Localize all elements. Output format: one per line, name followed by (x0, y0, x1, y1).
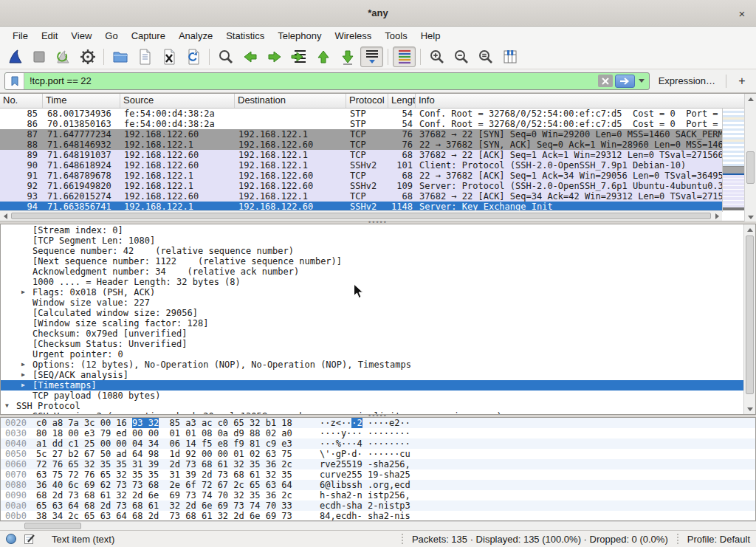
expander-arrow[interactable] (21, 349, 32, 359)
go-to-packet-button[interactable] (287, 47, 310, 67)
expander-arrow[interactable] (21, 225, 32, 235)
menu-file[interactable]: File (6, 28, 35, 44)
packet-row-93[interactable]: 9371.662015274192.168.122.60192.168.122.… (0, 191, 722, 202)
detail-line[interactable]: ▶Options: (12 bytes), No-Operation (NOP)… (1, 359, 743, 370)
detail-line[interactable]: Sequence number: 42 (relative sequence n… (1, 246, 743, 256)
column-header-info[interactable]: Info (416, 94, 744, 108)
expander-arrow[interactable] (21, 256, 32, 266)
detail-line[interactable]: Window size value: 227 (1, 297, 743, 308)
expander-arrow[interactable] (21, 391, 32, 401)
scroll-thumb[interactable] (746, 151, 755, 184)
hex-row[interactable]: 003080 18 00 e3 79 ed 00 00 01 01 08 0a … (1, 428, 755, 438)
scroll-up-icon[interactable] (744, 224, 756, 235)
packet-row-92[interactable]: 9271.661949820192.168.122.1192.168.122.6… (0, 181, 722, 191)
packet-row-90[interactable]: 9071.648618924192.168.122.60192.168.122.… (0, 160, 722, 171)
display-filter-input[interactable]: !tcp.port == 22 (24, 75, 598, 86)
packet-row-91[interactable]: 9171.648789678192.168.122.1192.168.122.6… (0, 171, 722, 181)
close-icon[interactable]: × (734, 5, 750, 21)
hex-row[interactable]: 009068 2d 73 68 61 32 2d 6e 69 73 74 70 … (1, 490, 755, 500)
menu-analyze[interactable]: Analyze (172, 28, 219, 44)
menu-go[interactable]: Go (98, 28, 124, 44)
scroll-left-icon[interactable] (0, 211, 10, 221)
expander-arrow[interactable]: ▶ (21, 359, 32, 370)
column-header-destination[interactable]: Destination (235, 94, 346, 108)
start-capture-button[interactable] (3, 47, 26, 67)
detail-line[interactable]: [Calculated window size: 29056] (1, 308, 743, 318)
hex-row[interactable]: 006072 76 65 32 35 35 31 39 2d 73 68 61 … (1, 459, 755, 469)
hex-row[interactable]: 0040a1 dd c1 25 00 00 04 34 06 14 f5 e8 … (1, 438, 755, 449)
profile-label[interactable]: Profile: Default (687, 534, 750, 545)
restart-capture-button[interactable] (52, 47, 75, 67)
menu-view[interactable]: View (64, 28, 98, 44)
column-header-protocol[interactable]: Protocol (346, 94, 388, 108)
filter-bookmark-button[interactable] (5, 73, 24, 89)
packet-list-vscrollbar[interactable] (744, 94, 756, 222)
expander-arrow[interactable]: ▶ (21, 370, 32, 380)
open-file-button[interactable] (109, 47, 131, 67)
expander-arrow[interactable] (21, 318, 32, 328)
details-vscrollbar[interactable] (743, 224, 755, 414)
menu-edit[interactable]: Edit (35, 28, 64, 44)
column-header-time[interactable]: Time (43, 94, 120, 108)
packet-minimap[interactable] (722, 109, 744, 212)
detail-line[interactable]: [Stream index: 0] (1, 225, 743, 235)
go-last-button[interactable] (336, 47, 359, 67)
expander-arrow[interactable]: ▶ (21, 411, 32, 414)
find-packet-button[interactable] (214, 47, 237, 67)
menu-help[interactable]: Help (414, 28, 447, 44)
hex-row[interactable]: 0020c0 a8 7a 3c 00 16 93 32 85 a3 ac c0 … (1, 418, 755, 428)
detail-line-timestamps-selected[interactable]: ▶[Timestamps] (1, 380, 743, 391)
zoom-out-button[interactable] (450, 47, 472, 67)
scroll-thumb[interactable] (24, 523, 81, 529)
capture-options-button[interactable] (76, 47, 99, 67)
column-header-source[interactable]: Source (120, 94, 235, 108)
filter-history-caret[interactable] (639, 79, 645, 83)
detail-line[interactable]: [Next sequence number: 1122 (relative se… (1, 256, 743, 266)
reload-file-button[interactable] (182, 47, 205, 67)
expander-arrow[interactable] (21, 266, 32, 277)
stop-capture-button[interactable] (27, 47, 50, 67)
menu-wireless[interactable]: Wireless (328, 28, 378, 44)
expander-arrow[interactable] (21, 277, 32, 287)
packet-row-87[interactable]: 8771.647777234192.168.122.60192.168.122.… (0, 129, 722, 140)
detail-line[interactable]: Urgent pointer: 0 (1, 349, 743, 359)
zoom-reset-button[interactable] (474, 47, 497, 67)
hex-row[interactable]: 00a065 63 64 68 2d 73 68 61 32 2d 6e 69 … (1, 500, 755, 511)
hex-row[interactable]: 007063 75 72 76 65 32 35 35 31 39 2d 73 … (1, 469, 755, 480)
packet-row-86[interactable]: 8670.013850163fe:54:00:d4:38:2aSTP54Conf… (0, 119, 722, 129)
expander-arrow[interactable]: ▶ (21, 380, 32, 391)
expression-button[interactable]: Expression… (659, 75, 715, 86)
capture-comment-icon[interactable] (24, 533, 35, 545)
resize-columns-button[interactable] (498, 47, 521, 67)
detail-line[interactable]: TCP payload (1080 bytes) (1, 391, 743, 401)
packet-row-89[interactable]: 8971.648191037192.168.122.60192.168.122.… (0, 150, 722, 160)
save-file-button[interactable] (133, 47, 156, 67)
expander-arrow[interactable] (21, 328, 32, 339)
detail-line[interactable]: ▶[SEQ/ACK analysis] (1, 370, 743, 380)
packet-list-hscrollbar[interactable] (0, 210, 722, 221)
expander-arrow[interactable]: ▶ (21, 287, 32, 297)
scroll-up-icon[interactable] (745, 94, 756, 104)
scroll-thumb[interactable] (746, 235, 754, 394)
expert-info-icon[interactable] (6, 534, 16, 544)
add-filter-button[interactable]: + (732, 75, 752, 88)
filter-apply-button[interactable] (615, 75, 635, 88)
menu-telephony[interactable]: Telephony (271, 28, 328, 44)
filter-clear-button[interactable] (598, 75, 613, 87)
detail-line-ssh-protocol[interactable]: ▼SSH Protocol (1, 401, 743, 411)
column-header-length[interactable]: Length (388, 94, 416, 108)
expander-arrow[interactable] (21, 235, 32, 246)
detail-line[interactable]: 1000 .... = Header Length: 32 bytes (8) (1, 277, 743, 287)
menu-statistics[interactable]: Statistics (219, 28, 271, 44)
expander-arrow[interactable] (21, 297, 32, 308)
detail-line[interactable]: ▶Flags: 0x018 (PSH, ACK) (1, 287, 743, 297)
scroll-down-icon[interactable] (745, 212, 756, 222)
hex-row[interactable]: 00b038 34 2c 65 63 64 68 2d 73 68 61 32 … (1, 511, 755, 521)
go-back-button[interactable] (238, 47, 261, 67)
auto-scroll-button[interactable] (360, 47, 383, 67)
hex-row[interactable]: 008036 40 6c 69 62 73 73 68 2e 6f 72 67 … (1, 480, 755, 490)
packet-row-85[interactable]: 8568.001734936fe:54:00:d4:38:2aSTP54Conf… (0, 109, 722, 119)
close-file-button[interactable] (157, 47, 180, 67)
expander-arrow[interactable] (21, 339, 32, 349)
detail-line[interactable]: [Checksum Status: Unverified] (1, 339, 743, 349)
